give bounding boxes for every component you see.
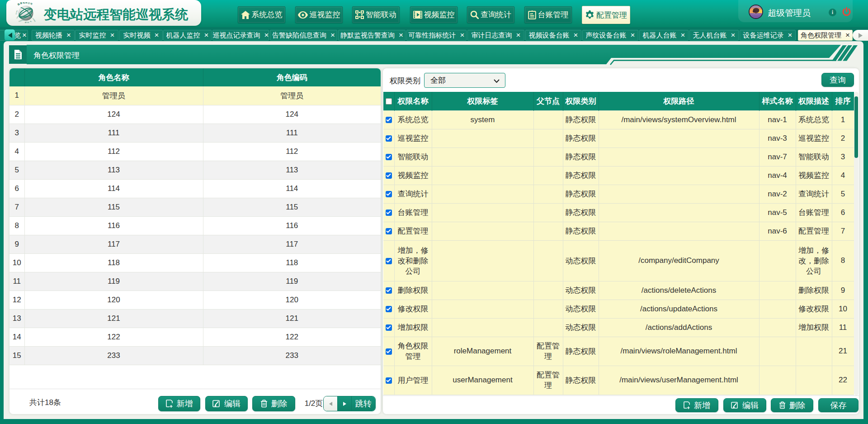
svg-text:CORPOR: CORPOR: [18, 19, 25, 22]
svg-text:电: 电: [23, 2, 25, 5]
svg-text:OF: OF: [29, 20, 32, 23]
svg-text:ATION: ATION: [25, 22, 29, 24]
svg-text:CHINA: CHINA: [32, 18, 36, 23]
svg-text:网: 网: [25, 2, 28, 4]
svg-text:STATE: STATE: [15, 10, 18, 14]
